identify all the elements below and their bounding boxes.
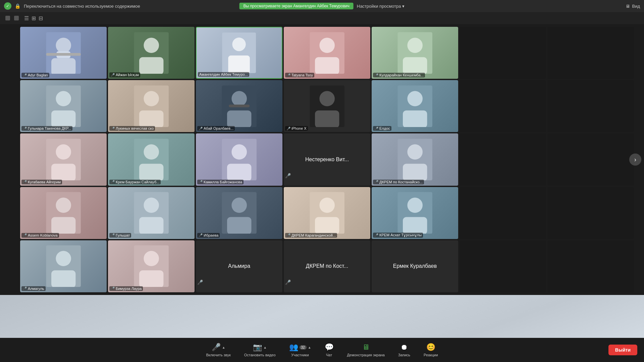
count-value: 32 <box>301 346 305 349</box>
participant-cell-4[interactable]: 🎤 Tatyana Tsoy <box>284 27 370 79</box>
maximize-button[interactable] <box>14 16 19 20</box>
exit-button[interactable]: Выйти <box>608 345 637 355</box>
participant-name-12: Крем Бауржан Сайлауб... <box>116 180 159 184</box>
participant-cell-2[interactable]: 🎤 Айжан Ысқак <box>108 27 195 79</box>
participant-cell-12[interactable]: 🎤 Крем Бауржан Сайлауб... <box>108 133 195 185</box>
participant-label-9: 🎤 iPhone X <box>285 126 308 131</box>
screen-share-toolbar-item[interactable]: 🖥 Демонстрация экрана <box>347 343 385 357</box>
participant-cell-11[interactable]: 🎤 Кугабаева Айгерим <box>20 133 107 185</box>
participant-name-19: ДКРЕМ Карагандинской... <box>291 233 336 237</box>
participant-cell-24[interactable]: 🎤 ДКРЕМ по Кост... <box>284 240 370 292</box>
participant-name-7: Лукиных вячеслав ско <box>116 126 154 130</box>
svg-rect-25 <box>227 110 251 127</box>
participant-cell-16[interactable]: 🎤 Assem Koblanova <box>20 187 107 239</box>
participant-cell-8[interactable]: 🎤 Абай Оралбаев... <box>196 80 282 132</box>
chevron-down-icon: ▾ <box>402 4 405 9</box>
participant-name-8: Абай Оралбаев... <box>204 126 233 130</box>
video-with-arrow: 📷 ▲ <box>253 343 267 352</box>
mute-icon-14: 🎤 <box>285 173 291 178</box>
mute-icon-5: 🎤 <box>374 73 378 77</box>
empty-cell-10 <box>547 240 634 292</box>
participant-cell-10[interactable]: 🎤 Елдос <box>372 80 458 132</box>
participant-label-19: 🎤 ДКРЕМ Карагандинской... <box>285 233 337 238</box>
participant-cell-14[interactable]: 🎤 Нестеренко Вит... <box>284 133 370 185</box>
empty-cell-5 <box>460 133 546 185</box>
video-arrow[interactable]: ▲ <box>263 346 267 349</box>
gallery-view-button[interactable]: ⊟ <box>39 15 43 21</box>
svg-rect-2 <box>51 58 75 74</box>
participant-cell-22[interactable]: 🎤 Бимурза Лаура <box>108 240 195 292</box>
participants-toolbar-item[interactable]: 👥 32 ▲ Участники <box>289 343 311 357</box>
participant-video-1 <box>20 27 107 79</box>
participant-label-16: 🎤 Assem Koblanova <box>21 233 59 238</box>
chat-label: Чат <box>326 353 332 357</box>
participant-cell-5[interactable]: 🎤 Кулдарайхан Кеншемба... <box>372 27 458 79</box>
participant-label-5: 🎤 Кулдарайхан Кеншемба... <box>373 73 425 77</box>
participant-cell-18[interactable]: 🎤 Ибраева <box>196 187 282 239</box>
lock-icon: 🔒 <box>15 3 20 9</box>
svg-rect-65 <box>139 270 163 287</box>
mic-arrow[interactable]: ▲ <box>222 346 225 349</box>
grid-view-button[interactable]: ⊞ <box>32 15 36 21</box>
participant-name-23: Альмира <box>225 263 253 269</box>
svg-point-15 <box>407 38 423 53</box>
empty-cell-2 <box>547 27 634 79</box>
chat-toolbar-item[interactable]: 💬 Чат <box>325 343 334 357</box>
svg-point-40 <box>231 144 247 160</box>
participant-cell-23[interactable]: 🎤 Альмира <box>196 240 282 292</box>
switch-notification[interactable]: Переключиться на совместно используемое … <box>24 4 140 9</box>
main-area: 🎤 Adyr Baglan 🎤 Айжан Ысқак <box>0 24 644 362</box>
minimize-button[interactable] <box>5 16 10 20</box>
participant-label-20: 🎤 КРЕМ Асхат Тұрсынұлы <box>373 233 423 238</box>
participant-video-2 <box>108 27 195 79</box>
svg-rect-16 <box>403 57 427 74</box>
participant-label-18: 🎤 Ибраева <box>197 233 220 238</box>
svg-point-64 <box>144 251 159 266</box>
participant-name-25: Ермек Куралбаев <box>390 263 439 269</box>
view-label[interactable]: Вид <box>632 4 640 9</box>
participant-cell-7[interactable]: 🎤 Лукиных вячеслав ско <box>108 80 195 132</box>
next-page-button[interactable]: › <box>629 154 641 166</box>
participant-cell-13[interactable]: 🎤 Камилла Байгожанова <box>196 133 282 185</box>
svg-rect-19 <box>51 110 75 127</box>
participant-cell-19[interactable]: 🎤 ДКРЕМ Карагандинской... <box>284 187 370 239</box>
mute-icon-10: 🎤 <box>374 127 378 130</box>
participant-cell-9[interactable]: 🎤 iPhone X <box>284 80 370 132</box>
record-toolbar-item[interactable]: ⏺ Запись <box>398 343 410 357</box>
participant-cell-20[interactable]: 🎤 КРЕМ Асхат Тұрсынұлы <box>372 187 458 239</box>
participant-label-13: 🎤 Камилла Байгожанова <box>197 180 244 184</box>
svg-rect-10 <box>228 56 250 73</box>
reactions-toolbar-item[interactable]: 😊 Реакции <box>424 343 438 357</box>
participant-cell-25[interactable]: Ермек Куралбаев <box>372 240 458 292</box>
svg-rect-53 <box>227 217 251 234</box>
svg-rect-22 <box>139 110 163 127</box>
list-view-button[interactable]: ☰ <box>24 15 29 21</box>
participant-video-22 <box>108 240 195 292</box>
mute-icon-6: 🎤 <box>23 127 27 130</box>
settings-button[interactable]: Настройки просмотра ▾ <box>357 4 405 9</box>
participant-cell-21[interactable]: 🎤 Алмагуль <box>20 240 107 292</box>
participant-cell-3[interactable]: Амангелдин Айбек Темуро... <box>196 27 282 79</box>
participant-label-21: 🎤 Алмагуль <box>21 286 46 291</box>
top-bar-center: Вы просматриваете экран Амангелдин Айбек… <box>239 3 405 9</box>
top-bar: ✓ 🔒 Переключиться на совместно используе… <box>0 0 644 12</box>
mute-icon-15: 🎤 <box>374 180 378 184</box>
participants-icon: 👥 <box>289 343 298 352</box>
svg-point-49 <box>144 198 159 213</box>
participant-cell-1[interactable]: 🎤 Adyr Baglan <box>20 27 107 79</box>
participants-arrow[interactable]: ▲ <box>308 346 311 349</box>
participant-label-3: Амангелдин Айбек Темуро... <box>198 72 249 77</box>
participant-cell-15[interactable]: 🎤 ДКРЕМ по Костанайско... <box>372 133 458 185</box>
participant-label-6: 🎤 Гульнара Такенова ДКР... <box>21 126 72 131</box>
participant-label-22: 🎤 Бимурза Лаура <box>109 286 143 291</box>
participant-cell-6[interactable]: 🎤 Гульнара Такенова ДКР... <box>20 80 107 132</box>
participant-cell-17[interactable]: 🎤 Гульшат <box>108 187 195 239</box>
mic-toolbar-item[interactable]: 🎤 ▲ Включить звук <box>206 343 230 357</box>
participant-name-16: Assem Koblanova <box>28 233 58 237</box>
mute-icon-9: 🎤 <box>286 127 290 130</box>
window-controls-bar: ☰ ⊞ ⊟ <box>0 12 644 24</box>
participant-name-4: Tatyana Tsoy <box>291 73 313 77</box>
participant-name-6: Гульнара Такенова ДКР... <box>28 126 71 130</box>
svg-rect-44 <box>403 164 427 180</box>
video-toolbar-item[interactable]: 📷 ▲ Остановить видео <box>244 343 276 357</box>
